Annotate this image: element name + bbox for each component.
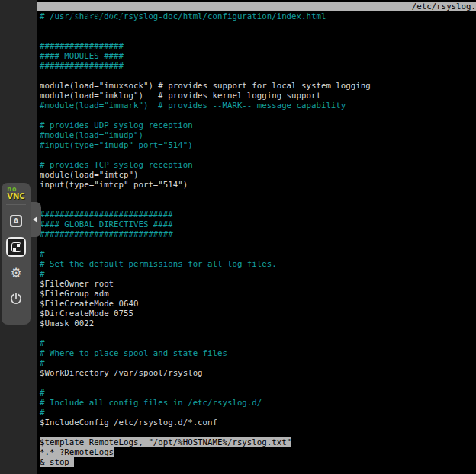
terminal-line: module(load="imuxsock") # provides suppo…	[40, 81, 476, 91]
keyboard-key-a-icon: A	[10, 215, 22, 227]
terminal-line: $template RemoteLogs, "/opt/%HOSTNAME%/r…	[40, 437, 476, 447]
terminal-line: ###########################	[40, 210, 476, 219]
terminal-line: $Umask 0022	[40, 319, 476, 328]
terminal-line: #################	[40, 61, 476, 71]
terminal-line	[40, 378, 476, 388]
terminal-line: #################	[40, 41, 476, 51]
terminal-line	[40, 110, 476, 120]
terminal-line	[40, 239, 476, 249]
terminal-line: # Set the default permissions for all lo…	[40, 259, 476, 269]
nano-version-label: GNU nano 7.2	[56, 11, 124, 21]
terminal-line: *.* ?RemoteLogs	[40, 447, 476, 457]
terminal-line: # provides UDP syslog reception	[40, 120, 476, 130]
terminal-line	[40, 150, 476, 160]
selected-text: & stop	[40, 457, 74, 467]
disconnect-button[interactable]	[6, 289, 26, 309]
terminal-line: #### MODULES ####	[40, 51, 476, 61]
terminal-line: #	[40, 408, 476, 418]
extra-keys-button[interactable]: A	[6, 211, 26, 231]
terminal-line: $DirCreateMode 0755	[40, 309, 476, 319]
nano-titlebar: GNU nano 7.2 /etc/rsyslog.	[37, 2, 476, 11]
terminal-line	[40, 190, 476, 200]
fullscreen-button[interactable]	[6, 237, 26, 257]
terminal-line: module(load="imtcp")	[40, 170, 476, 180]
gear-icon: ⚙	[10, 267, 21, 280]
terminal-line: #input(type="imudp" port="514")	[40, 140, 476, 150]
terminal-line: #module(load="immark") # provides --MARK…	[40, 101, 476, 110]
terminal-line: # provides TCP syslog reception	[40, 160, 476, 170]
terminal-line	[40, 31, 476, 41]
terminal-content[interactable]: # /usr/share/doc/rsyslog-doc/html/config…	[37, 11, 476, 467]
fullscreen-icon	[11, 242, 21, 252]
terminal-line	[40, 200, 476, 210]
terminal-line	[40, 428, 476, 437]
terminal-line: #	[40, 358, 476, 368]
terminal-line	[40, 71, 476, 81]
chevron-left-icon	[33, 216, 37, 223]
terminal-line: module(load="imklog") # provides kernel …	[40, 91, 476, 101]
vnc-control-panel: no VNC A ⚙	[2, 183, 31, 325]
nano-filename-label: /etc/rsyslog.	[412, 2, 476, 11]
terminal-line: $FileCreateMode 0640	[40, 299, 476, 309]
selected-text: $template RemoteLogs, "/opt/%HOSTNAME%/r…	[40, 437, 291, 447]
terminal-line: $IncludeConfig /etc/rsyslog.d/*.conf	[40, 418, 476, 428]
terminal-line	[40, 21, 476, 31]
terminal-line: #	[40, 269, 476, 279]
novnc-logo: no VNC	[7, 187, 24, 200]
terminal-window[interactable]: GNU nano 7.2 /etc/rsyslog. # /usr/share/…	[37, 0, 476, 474]
terminal-line: #	[40, 338, 476, 348]
selected-text: *.* ?RemoteLogs	[40, 447, 114, 457]
novnc-logo-vnc: VNC	[7, 193, 24, 200]
terminal-line: #	[40, 249, 476, 259]
terminal-line: $WorkDirectory /var/spool/rsyslog	[40, 368, 476, 378]
terminal-line: ###########################	[40, 229, 476, 239]
settings-button[interactable]: ⚙	[6, 263, 26, 283]
power-icon	[9, 292, 23, 306]
terminal-line: #	[40, 388, 476, 398]
terminal-line: # Where to place spool and state files	[40, 348, 476, 358]
terminal-line: $FileGroup adm	[40, 289, 476, 299]
terminal-line: #### GLOBAL DIRECTIVES ####	[40, 219, 476, 229]
terminal-line: & stop	[40, 457, 476, 467]
terminal-line: input(type="imtcp" port="514")	[40, 180, 476, 190]
terminal-line	[40, 328, 476, 338]
panel-divider	[6, 204, 26, 205]
terminal-line: $FileOwner root	[40, 279, 476, 289]
terminal-line: #module(load="imudp")	[40, 130, 476, 140]
terminal-line: # Include all config files in /etc/rsysl…	[40, 398, 476, 408]
vnc-panel-collapse-handle[interactable]	[29, 202, 41, 237]
